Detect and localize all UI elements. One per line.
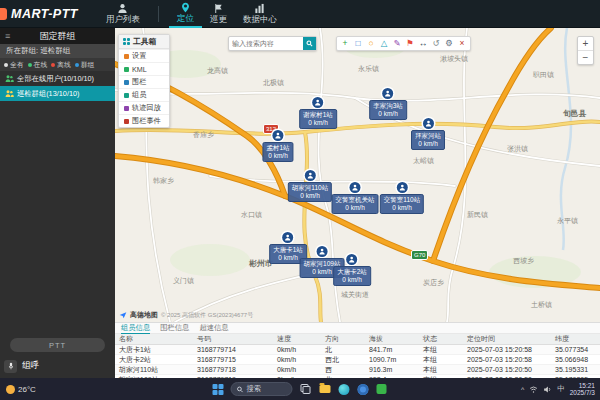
group-icon: [5, 89, 14, 98]
rect-tool-icon[interactable]: □: [352, 38, 364, 50]
panel-item-fence-events[interactable]: 围栏事件: [119, 114, 169, 127]
place-label: 职田镇: [533, 70, 554, 80]
edge-browser-icon[interactable]: [338, 383, 350, 395]
map-marker[interactable]: 大唐卡2站0 km/h: [333, 254, 371, 286]
marker-label: 孟村1站0 km/h: [262, 142, 293, 162]
circle-tool-icon[interactable]: ○: [365, 38, 377, 50]
sun-icon: [6, 385, 15, 394]
person-marker-icon: [273, 130, 284, 141]
place-label: 韩家乡: [153, 176, 174, 186]
online-filter-bar: 全有 在线 离线 群组: [0, 58, 115, 71]
panel-item-fence[interactable]: 围栏: [119, 75, 169, 88]
volume-icon[interactable]: [543, 385, 552, 394]
panel-item-members[interactable]: 组员: [119, 88, 169, 101]
measure-tool-icon[interactable]: ↔: [417, 38, 429, 50]
tab-patrol[interactable]: 巡更: [202, 0, 235, 28]
group-item-all-online[interactable]: 全部在线用户(10/10/10): [0, 71, 115, 86]
person-marker-icon: [316, 246, 327, 257]
tab-overspeed-info[interactable]: 超速信息: [199, 323, 228, 333]
group-call-button[interactable]: 组呼: [22, 360, 39, 372]
settings-tool-icon[interactable]: ⚙: [443, 38, 455, 50]
person-marker-icon: [313, 97, 324, 108]
draw-tool-icon[interactable]: ✎: [391, 38, 403, 50]
member-info-panel: 组员信息 围栏信息 超速信息 名称 号码 速度 方向 海拔 状态 定位时间 纬度…: [115, 322, 600, 378]
table-cell: 西北: [321, 355, 365, 364]
map-marker[interactable]: 孟村1站0 km/h: [262, 130, 293, 162]
add-marker-tool-icon[interactable]: +: [339, 38, 351, 50]
tab-member-info[interactable]: 组员信息: [121, 323, 150, 334]
filter-online[interactable]: 在线: [28, 60, 48, 70]
place-label: 新民镇: [467, 210, 488, 220]
filter-offline-dot: [51, 63, 55, 67]
map-marker[interactable]: 谢家村1站0 km/h: [299, 97, 337, 129]
map-marker[interactable]: 交警室机关站0 km/h: [332, 182, 379, 214]
table-cell: 1090.7m: [365, 355, 419, 364]
user-list-button[interactable]: 用户列表: [98, 0, 148, 28]
place-label: 永乐镇: [358, 64, 379, 74]
map-marker[interactable]: 胡家河110站0 km/h: [288, 170, 332, 202]
panel-item-settings[interactable]: 设置: [119, 49, 169, 62]
group-item-inspection[interactable]: 巡检群组(13/10/10): [0, 86, 115, 101]
map-search-input[interactable]: [229, 40, 303, 47]
filter-offline[interactable]: 离线: [51, 60, 71, 70]
road-shield: G70: [411, 250, 428, 260]
map-marker[interactable]: 交警室110站0 km/h: [380, 182, 424, 214]
tab-data-center[interactable]: 数据中心: [235, 0, 285, 28]
place-label: 炭店乡: [423, 278, 444, 288]
person-marker-icon: [283, 232, 294, 243]
table-row[interactable]: 大唐卡1站 3168779714 0km/h 北 841.7m 本组 2025-…: [115, 345, 600, 355]
fence-event-icon: [124, 119, 129, 124]
column-header: 海拔: [365, 334, 419, 344]
tray-expand-icon[interactable]: ^: [521, 386, 524, 393]
top-bar: MART-PTT 用户列表 定位 巡更 数据中心: [0, 0, 600, 28]
start-button[interactable]: [213, 384, 224, 395]
input-language-indicator[interactable]: 中: [557, 384, 565, 394]
undo-tool-icon[interactable]: ↺: [430, 38, 442, 50]
zoom-out-button[interactable]: −: [578, 50, 593, 64]
column-header: 号码: [193, 334, 273, 344]
file-explorer-icon[interactable]: [319, 383, 331, 395]
panel-item-kml[interactable]: KML: [119, 62, 169, 75]
toolbox-header[interactable]: 工具箱: [119, 35, 169, 49]
menu-icon[interactable]: ≡: [5, 31, 10, 41]
amap-logo-icon: [119, 311, 127, 319]
search-icon: [237, 386, 244, 393]
tab-positioning[interactable]: 定位: [169, 0, 202, 28]
map-canvas[interactable]: 底庙镇 龙高镇 北极镇 永乐镇 湫坡头镇 职田镇 旬邑县 张洪镇 太峪镇 香庙乡…: [115, 28, 600, 322]
flag-tool-icon[interactable]: ⚑: [404, 38, 416, 50]
panel-item-track-playback[interactable]: 轨迹回放: [119, 101, 169, 114]
filter-group[interactable]: 群组: [75, 60, 95, 70]
map-marker[interactable]: 李家沟3站0 km/h: [369, 88, 407, 120]
wifi-icon[interactable]: [529, 385, 538, 394]
map-marker[interactable]: 拜家河站0 km/h: [411, 118, 445, 150]
clear-tool-icon[interactable]: ×: [456, 38, 468, 50]
table-cell: 916.3m: [365, 365, 419, 374]
polygon-tool-icon[interactable]: △: [378, 38, 390, 50]
group-icon: [5, 74, 14, 83]
dispatch-app-icon[interactable]: [376, 383, 388, 395]
microphone-icon[interactable]: [4, 360, 17, 373]
person-marker-icon: [350, 182, 361, 193]
ptt-button[interactable]: PTT: [10, 338, 105, 352]
table-cell: 35.195331: [551, 365, 600, 374]
map-pin-icon: [180, 2, 191, 13]
smart-ptt-app: MART-PTT 用户列表 定位 巡更 数据中心 ≡ 固定群组 所在群组: 巡检…: [0, 0, 600, 400]
zoom-in-button[interactable]: +: [578, 37, 593, 50]
tab-fence-info[interactable]: 围栏信息: [160, 323, 189, 333]
clock[interactable]: 15:21 2025/7/3: [570, 382, 595, 397]
browser-app-icon[interactable]: [357, 383, 369, 395]
table-row[interactable]: 大唐卡2站 3168779715 0km/h 西北 1090.7m 本组 202…: [115, 355, 600, 365]
search-button[interactable]: [303, 37, 316, 50]
taskbar-search[interactable]: 搜索: [231, 382, 293, 396]
table-row[interactable]: 胡家河110站 3168779718 0km/h 西 916.3m 本组 202…: [115, 365, 600, 375]
column-header: 纬度: [551, 334, 600, 344]
filter-all-dot: [4, 63, 8, 67]
task-view-icon[interactable]: [300, 383, 312, 395]
sidebar-spacer: [0, 101, 115, 338]
filter-all[interactable]: 全有: [4, 60, 24, 70]
marker-label: 交警室110站0 km/h: [380, 194, 424, 214]
members-icon: [124, 93, 129, 98]
weather-widget[interactable]: 26°C: [6, 385, 36, 394]
marker-label: 李家沟3站0 km/h: [369, 100, 407, 120]
column-header: 名称: [115, 334, 193, 344]
